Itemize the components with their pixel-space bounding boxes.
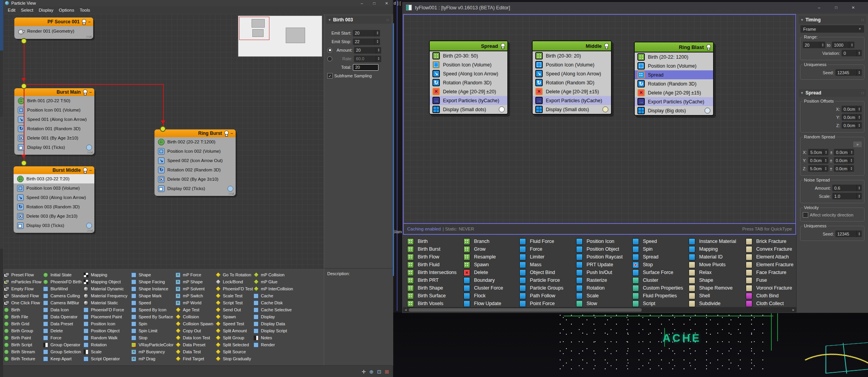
- noise-amount-field[interactable]: 0.6: [832, 185, 862, 191]
- event-canvas[interactable]: PF Source 001 Render 001 (Geometry) Burs…: [3, 14, 324, 268]
- depot-item[interactable]: Resample: [464, 253, 503, 261]
- lightbulb-icon[interactable]: [83, 89, 87, 95]
- depot-item[interactable]: Birth Stream: [4, 348, 42, 355]
- close-button[interactable]: ✕: [845, 2, 862, 13]
- operator-row[interactable]: Birth (20-22: 1200): [635, 52, 713, 61]
- operator-row[interactable]: Display 002 (Ticks): [155, 184, 236, 193]
- depot-item[interactable]: Copy Out: [175, 327, 213, 334]
- operator-row[interactable]: Spread: [635, 70, 713, 79]
- scroll-right-icon[interactable]: ►: [791, 308, 796, 312]
- depot-item[interactable]: Spin Limit: [131, 327, 174, 334]
- depot-item[interactable]: mP Force: [175, 271, 213, 278]
- depot-item[interactable]: Shape Instance: [131, 285, 174, 292]
- depot-item[interactable]: Send Out: [215, 306, 253, 313]
- resize-grip[interactable]: [14, 230, 94, 233]
- node-header[interactable]: PF Source 001: [14, 17, 93, 26]
- node-burst-middle[interactable]: Burst Middle Birth 003 (20-22 T:20)Posit…: [14, 166, 94, 233]
- depot-item[interactable]: mP Buoyancy: [131, 348, 174, 355]
- spinner[interactable]: [856, 69, 862, 76]
- depot-item[interactable]: Script Test: [215, 299, 253, 306]
- depot-item[interactable]: Empty Flow: [4, 285, 42, 292]
- depot-item[interactable]: Birth PRT: [407, 276, 457, 284]
- depot-item[interactable]: Birth File: [4, 313, 42, 320]
- spinner[interactable]: [856, 230, 862, 237]
- spinner[interactable]: [376, 56, 381, 62]
- node-header[interactable]: Ring Blast: [635, 42, 713, 52]
- depot-item[interactable]: Scale Test: [215, 292, 253, 299]
- operator-row[interactable]: Display (Big dots): [635, 106, 713, 115]
- depot-item[interactable]: Go To Rotation: [215, 271, 253, 278]
- operator-row[interactable]: Rotation (Random 3D): [533, 78, 611, 87]
- depot-item[interactable]: mP World: [175, 299, 213, 306]
- depot-item[interactable]: Particle Groups: [519, 284, 563, 292]
- depot-item[interactable]: Standard Flow: [4, 292, 42, 299]
- depot-item[interactable]: Shape: [131, 271, 174, 278]
- seed-field[interactable]: 12345: [835, 230, 862, 237]
- operator-row[interactable]: Export Particles (tyCache): [533, 96, 611, 105]
- depot-item[interactable]: Speed: [632, 237, 683, 245]
- display-visibility-toggle[interactable]: [499, 106, 505, 112]
- depot-item[interactable]: Cluster Force: [464, 284, 503, 292]
- operator-row[interactable]: Rotation 003 (Random 3D): [14, 202, 94, 211]
- depot-item[interactable]: Subdivide: [689, 300, 736, 307]
- depot-item[interactable]: Point Force: [519, 300, 563, 307]
- menu-item[interactable]: Display: [36, 7, 57, 13]
- depot-item[interactable]: Instance Material: [689, 237, 736, 245]
- depot-item[interactable]: Flock: [464, 292, 503, 300]
- operator-row[interactable]: Rotation 002 (Random 3D): [155, 165, 236, 175]
- spinner[interactable]: [856, 193, 862, 199]
- display-visibility-toggle[interactable]: [86, 145, 92, 150]
- depot-item[interactable]: Shape Remove: [689, 284, 736, 292]
- depot-item[interactable]: Render: [253, 341, 293, 348]
- operator-row[interactable]: Delete 003 (By Age 3±10): [14, 211, 94, 221]
- depot-item[interactable]: mP Shape: [175, 278, 213, 285]
- operator-row[interactable]: Birth (20-30: 20): [533, 51, 611, 60]
- node-header[interactable]: Burst Middle: [14, 166, 94, 174]
- depot-item[interactable]: Voronoi Fracture: [746, 284, 793, 292]
- depot-item[interactable]: Rotation: [576, 284, 623, 292]
- depot-item[interactable]: Relax: [689, 269, 736, 276]
- display-visibility-toggle[interactable]: [705, 108, 710, 113]
- canvas-navigator[interactable]: [238, 16, 322, 57]
- input-socket[interactable]: [21, 83, 27, 89]
- operator-row[interactable]: Position Icon (Volume): [533, 60, 611, 69]
- depot-item[interactable]: Mapping: [689, 245, 736, 253]
- operator-row[interactable]: Speed 001 (Along Icon Arrow): [14, 115, 94, 124]
- display-visibility-toggle[interactable]: [602, 106, 608, 112]
- lightbulb-icon[interactable]: [82, 19, 86, 25]
- spinner[interactable]: [820, 42, 825, 48]
- depot-item[interactable]: mP Collision: [253, 271, 293, 278]
- range-from-field[interactable]: 20: [803, 42, 825, 48]
- node-header[interactable]: Ring Burst: [155, 129, 236, 137]
- event-canvas[interactable]: Spread Birth (20-30: 50)Position Icon (V…: [404, 15, 795, 223]
- operator-row[interactable]: Birth 003 (20-22 T:20): [14, 174, 94, 183]
- noise-scale-field[interactable]: 1.0: [832, 193, 862, 199]
- depot-item[interactable]: Brick Fracture: [746, 237, 793, 245]
- operator-row[interactable]: Render 001 (Geometry): [14, 26, 93, 36]
- depot-item[interactable]: Push In/Out: [576, 269, 623, 276]
- node-pf-source-001[interactable]: PF Source 001 Render 001 (Geometry): [14, 17, 93, 39]
- resize-grip[interactable]: [14, 152, 94, 155]
- depot-item[interactable]: Cloth Collect: [746, 300, 793, 307]
- spinner[interactable]: [849, 157, 854, 164]
- depot-item[interactable]: Data Icon Test: [175, 334, 213, 341]
- collapse-icon[interactable]: [88, 19, 90, 24]
- scroll-left-icon[interactable]: ◄: [403, 308, 408, 312]
- depot-item[interactable]: Display Script: [253, 327, 293, 334]
- depot-item[interactable]: Fluid Properties: [632, 292, 683, 300]
- depot-item[interactable]: Stop Gradually: [215, 355, 253, 362]
- collapse-icon[interactable]: [231, 131, 233, 136]
- depot-item[interactable]: Birth Group: [4, 327, 42, 334]
- depot-item[interactable]: Speed By Icon: [131, 306, 174, 313]
- spinner[interactable]: [856, 185, 862, 191]
- depot-item[interactable]: Material Dynamic: [83, 285, 127, 292]
- depot-item[interactable]: Data Operator: [43, 313, 82, 320]
- depot-item[interactable]: Cache: [253, 292, 293, 299]
- spread-field[interactable]: 5.0cm: [808, 149, 828, 155]
- operator-row[interactable]: Birth 002 (20-22 T:1200): [155, 137, 236, 147]
- depot-item[interactable]: Birth Burst: [407, 245, 457, 253]
- depot-item[interactable]: Spawn: [464, 261, 503, 269]
- depot-item[interactable]: Speed: [131, 299, 174, 306]
- operator-row[interactable]: Delete (Age [20-29] ±15): [635, 88, 713, 97]
- depot-item[interactable]: VRayParticleColor: [131, 341, 174, 348]
